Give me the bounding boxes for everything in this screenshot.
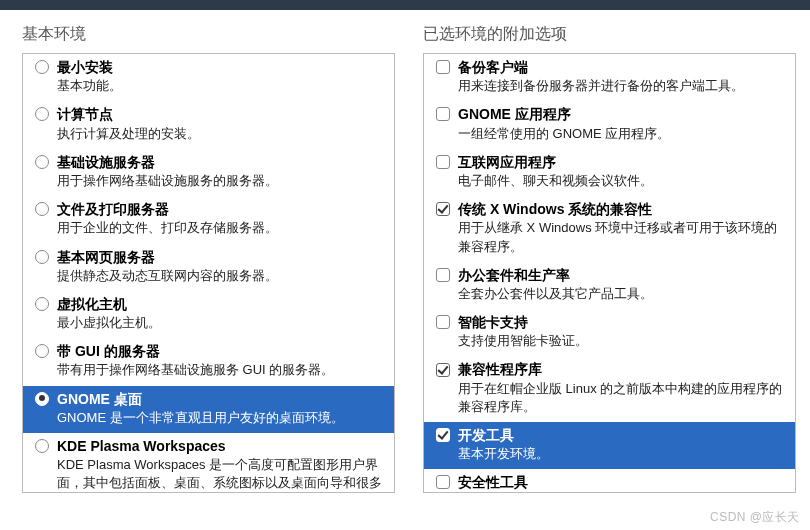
addon-item[interactable]: 安全性工具用于完整性和可信验证的安全性工具。 [424,469,795,493]
checkbox-icon[interactable] [436,363,450,377]
item-row: 最小安装 [35,58,386,76]
radio-icon[interactable] [35,250,49,264]
item-label: 基础设施服务器 [57,153,155,171]
radio-icon[interactable] [35,60,49,74]
env-item[interactable]: 文件及打印服务器用于企业的文件、打印及存储服务器。 [23,196,394,243]
item-desc: 用来连接到备份服务器并进行备份的客户端工具。 [436,76,787,95]
item-label: 虚拟化主机 [57,295,127,313]
checkbox-icon[interactable] [436,107,450,121]
item-row: 文件及打印服务器 [35,200,386,218]
item-row: 备份客户端 [436,58,787,76]
main-container: 基本环境 最小安装基本功能。计算节点执行计算及处理的安装。基础设施服务器用于操作… [0,10,810,510]
env-item[interactable]: 计算节点执行计算及处理的安装。 [23,101,394,148]
item-row: 安全性工具 [436,473,787,491]
item-desc: 最小虚拟化主机。 [35,313,386,332]
checkbox-icon[interactable] [436,315,450,329]
base-env-list: 最小安装基本功能。计算节点执行计算及处理的安装。基础设施服务器用于操作网络基础设… [22,53,395,493]
env-item[interactable]: KDE Plasma WorkspacesKDE Plasma Workspac… [23,433,394,493]
addon-item[interactable]: 办公套件和生产率全套办公套件以及其它产品工具。 [424,262,795,309]
addon-item[interactable]: 传统 X Windows 系统的兼容性用于从继承 X Windows 环境中迁移… [424,196,795,262]
item-row: 基本网页服务器 [35,248,386,266]
item-label: 计算节点 [57,105,113,123]
addon-item[interactable]: 智能卡支持支持使用智能卡验证。 [424,309,795,356]
right-pane-title: 已选环境的附加选项 [423,24,796,45]
item-label: 安全性工具 [458,473,528,491]
env-item[interactable]: GNOME 桌面GNOME 是一个非常直观且用户友好的桌面环境。 [23,386,394,433]
item-desc: 用于完整性和可信验证的安全性工具。 [436,492,787,493]
item-desc: 电子邮件、聊天和视频会议软件。 [436,171,787,190]
checkbox-icon[interactable] [436,428,450,442]
checkbox-icon[interactable] [436,202,450,216]
item-label: GNOME 应用程序 [458,105,571,123]
left-pane: 基本环境 最小安装基本功能。计算节点执行计算及处理的安装。基础设施服务器用于操作… [4,10,405,510]
item-desc: 带有用于操作网络基础设施服务 GUI 的服务器。 [35,360,386,379]
item-row: 互联网应用程序 [436,153,787,171]
item-desc: KDE Plasma Workspaces 是一个高度可配置图形用户界面，其中包… [35,455,386,493]
item-label: 文件及打印服务器 [57,200,169,218]
item-desc: 全套办公套件以及其它产品工具。 [436,284,787,303]
radio-icon[interactable] [35,439,49,453]
item-label: 兼容性程序库 [458,360,542,378]
item-label: 传统 X Windows 系统的兼容性 [458,200,652,218]
item-label: KDE Plasma Workspaces [57,437,226,455]
item-desc: 支持使用智能卡验证。 [436,331,787,350]
item-desc: 基本开发环境。 [436,444,787,463]
checkbox-icon[interactable] [436,155,450,169]
item-row: 智能卡支持 [436,313,787,331]
item-row: 办公套件和生产率 [436,266,787,284]
item-row: 传统 X Windows 系统的兼容性 [436,200,787,218]
item-row: GNOME 桌面 [35,390,386,408]
item-desc: 用于在红帽企业版 Linux 的之前版本中构建的应用程序的兼容程序库。 [436,379,787,416]
item-row: 虚拟化主机 [35,295,386,313]
item-row: 基础设施服务器 [35,153,386,171]
item-label: GNOME 桌面 [57,390,142,408]
radio-icon[interactable] [35,107,49,121]
item-desc: 提供静态及动态互联网内容的服务器。 [35,266,386,285]
item-row: 兼容性程序库 [436,360,787,378]
env-item[interactable]: 基础设施服务器用于操作网络基础设施服务的服务器。 [23,149,394,196]
item-row: KDE Plasma Workspaces [35,437,386,455]
addon-item[interactable]: 兼容性程序库用于在红帽企业版 Linux 的之前版本中构建的应用程序的兼容程序库… [424,356,795,422]
item-label: 备份客户端 [458,58,528,76]
item-label: 最小安装 [57,58,113,76]
item-desc: 一组经常使用的 GNOME 应用程序。 [436,124,787,143]
radio-icon[interactable] [35,155,49,169]
radio-icon[interactable] [35,202,49,216]
item-row: 计算节点 [35,105,386,123]
addon-item[interactable]: 备份客户端用来连接到备份服务器并进行备份的客户端工具。 [424,54,795,101]
item-label: 基本网页服务器 [57,248,155,266]
addon-list: 备份客户端用来连接到备份服务器并进行备份的客户端工具。GNOME 应用程序一组经… [423,53,796,493]
checkbox-icon[interactable] [436,475,450,489]
item-label: 智能卡支持 [458,313,528,331]
item-row: GNOME 应用程序 [436,105,787,123]
item-desc: 用于操作网络基础设施服务的服务器。 [35,171,386,190]
item-label: 互联网应用程序 [458,153,556,171]
radio-icon[interactable] [35,392,49,406]
addon-item[interactable]: 开发工具基本开发环境。 [424,422,795,469]
checkbox-icon[interactable] [436,268,450,282]
item-desc: 用于从继承 X Windows 环境中迁移或者可用于该环境的兼容程序。 [436,218,787,255]
right-pane: 已选环境的附加选项 备份客户端用来连接到备份服务器并进行备份的客户端工具。GNO… [405,10,806,510]
item-label: 带 GUI 的服务器 [57,342,160,360]
env-item[interactable]: 虚拟化主机最小虚拟化主机。 [23,291,394,338]
checkbox-icon[interactable] [436,60,450,74]
item-row: 开发工具 [436,426,787,444]
addon-item[interactable]: 互联网应用程序电子邮件、聊天和视频会议软件。 [424,149,795,196]
item-desc: 执行计算及处理的安装。 [35,124,386,143]
env-item[interactable]: 最小安装基本功能。 [23,54,394,101]
radio-icon[interactable] [35,344,49,358]
item-label: 办公套件和生产率 [458,266,570,284]
item-row: 带 GUI 的服务器 [35,342,386,360]
item-label: 开发工具 [458,426,514,444]
env-item[interactable]: 基本网页服务器提供静态及动态互联网内容的服务器。 [23,244,394,291]
watermark-text: CSDN @应长天 [710,509,800,526]
radio-icon[interactable] [35,297,49,311]
env-item[interactable]: 带 GUI 的服务器带有用于操作网络基础设施服务 GUI 的服务器。 [23,338,394,385]
item-desc: 基本功能。 [35,76,386,95]
item-desc: GNOME 是一个非常直观且用户友好的桌面环境。 [35,408,386,427]
window-titlebar [0,0,810,10]
left-pane-title: 基本环境 [22,24,395,45]
item-desc: 用于企业的文件、打印及存储服务器。 [35,218,386,237]
addon-item[interactable]: GNOME 应用程序一组经常使用的 GNOME 应用程序。 [424,101,795,148]
